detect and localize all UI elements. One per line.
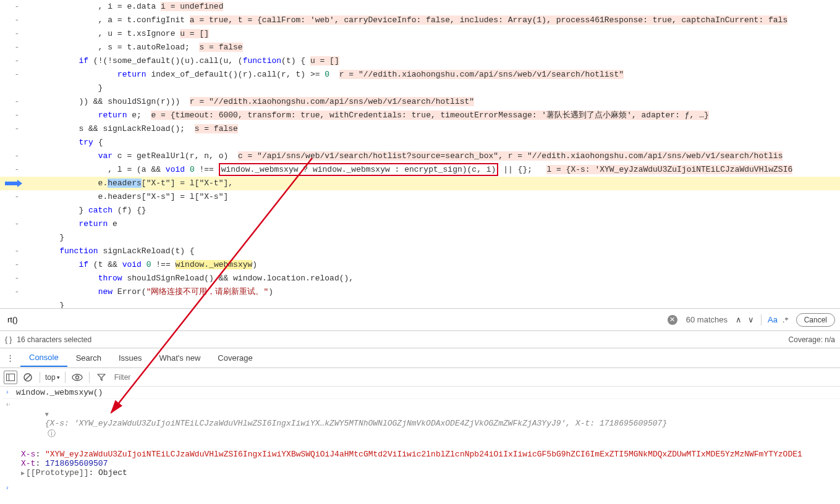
inline-value: u = [] [180, 29, 209, 38]
object-preview[interactable]: {X-s: 'XYW_eyJzaWduU3ZuIjoiNTEiLCJzaWduV… [45, 419, 667, 428]
clear-icon[interactable]: ✕ [668, 315, 677, 325]
object-property[interactable]: X-t: 1718695609507 [21, 459, 840, 468]
live-expression-icon[interactable] [70, 371, 84, 384]
match-count: 60 matches [686, 315, 728, 324]
inline-value: s = false [195, 124, 238, 133]
inline-value: i = undefined [161, 2, 223, 11]
inline-value: r = "//edith.xiaohongshu.com/api/sns/web… [339, 70, 624, 79]
cancel-button[interactable]: Cancel [796, 313, 835, 327]
more-tabs-icon[interactable]: ⋮ [0, 353, 20, 363]
selected-text: headers [108, 178, 142, 188]
paused-line[interactable]: e.headers["X-t"] = l["X-t"], [0, 177, 840, 190]
clear-console-icon[interactable] [21, 371, 35, 384]
selection-status: 16 characters selected [17, 335, 91, 344]
coverage-status: Coverage: n/a [789, 335, 835, 344]
pretty-print-icon[interactable]: { } [5, 335, 12, 344]
tab-search[interactable]: Search [67, 350, 110, 366]
inline-value: r = "//edith.xiaohongshu.com/api/sns/web… [190, 97, 474, 106]
gutter: - [0, 0, 34, 14]
find-bar: ✕ 60 matches ∧ ∨ Aa .* Cancel [0, 309, 840, 331]
object-prototype[interactable]: ▶[[Prototype]]: Object [21, 468, 840, 477]
inline-value: l = {X-s: 'XYW_eyJzaWduU3ZuIjoiNTEiLCJza… [546, 165, 792, 174]
svg-point-5 [75, 376, 78, 379]
svg-line-3 [25, 375, 30, 380]
inline-value: c = "/api/sns/web/v1/search/hotlist?sour… [238, 151, 498, 161]
svg-point-4 [72, 374, 82, 380]
prompt-icon: › [6, 388, 16, 395]
filter-input[interactable] [112, 372, 836, 383]
filter-icon[interactable] [95, 371, 108, 384]
regex-toggle[interactable]: .* [783, 315, 789, 325]
execution-pointer-icon [0, 177, 34, 190]
search-match: window._webmsxyw [176, 260, 253, 269]
status-bar: { } 16 characters selected Coverage: n/a [0, 331, 840, 348]
inline-value: e = {timeout: 6000, transform: true, wit… [151, 111, 708, 120]
console-toolbar: top▾ [0, 368, 840, 387]
inline-value: u = [] [310, 56, 339, 65]
tab-issues[interactable]: Issues [110, 350, 151, 366]
source-code-pane[interactable]: - , i = e.data i = undefined - , a = t.c… [0, 0, 840, 309]
expand-icon[interactable]: ▼ [45, 411, 49, 418]
inline-value: s = false [199, 43, 242, 52]
next-match-icon[interactable]: ∨ [745, 315, 757, 324]
info-icon[interactable]: ⓘ [48, 429, 56, 439]
code-text: , i = e.data [40, 2, 161, 11]
context-selector[interactable]: top▾ [45, 373, 60, 382]
expand-icon[interactable]: ▶ [21, 470, 25, 477]
tab-console[interactable]: Console [20, 349, 67, 367]
tab-whatsnew[interactable]: What's new [150, 350, 209, 366]
keyword: return [117, 70, 146, 79]
inline-value: a = true, t = {callFrom: 'web', carryDev… [190, 15, 787, 25]
keyword: if [78, 56, 88, 65]
prompt-icon: › [6, 484, 16, 491]
tab-coverage[interactable]: Coverage [209, 350, 261, 366]
case-sensitive-toggle[interactable]: Aa [768, 315, 778, 324]
prev-match-icon[interactable]: ∧ [732, 315, 745, 324]
result-icon: ‹· [6, 400, 16, 408]
console-output[interactable]: › window._webmsxyw() ‹· ▼ {X-s: 'XYW_eyJ… [0, 387, 840, 492]
drawer-tabs: ⋮ Console Search Issues What's new Cover… [0, 348, 840, 368]
svg-rect-0 [7, 374, 15, 380]
object-property[interactable]: X-s: "XYW_eyJzaWduU3ZuIjoiNTEiLCJzaWduVH… [21, 450, 840, 459]
find-input[interactable] [5, 313, 664, 327]
highlighted-expression: window._webmsxyw ? window._webmsxyw : en… [219, 163, 499, 176]
sidebar-toggle-icon[interactable] [4, 371, 17, 384]
console-input-echo: window._webmsxyw() [16, 388, 836, 397]
